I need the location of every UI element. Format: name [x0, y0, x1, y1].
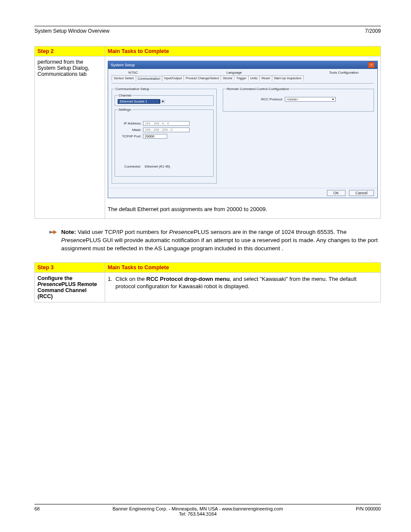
system-setup-screenshot: System Setup × NTSC Language Tools Confi…	[108, 61, 378, 198]
channel-select[interactable]: Ethernet Socket 1▾	[118, 100, 165, 103]
step2-label: Step 2	[37, 48, 54, 54]
ok-button[interactable]: OK	[327, 190, 346, 196]
rcc-label: RCC Protocol	[261, 97, 282, 101]
step3-mtc: Main Tasks to Complete	[108, 264, 169, 271]
rcc-legend: Remote Command Control Configuration	[226, 87, 290, 91]
comm-setup-legend: Communication Setup	[115, 87, 150, 91]
page-number: 68	[34, 506, 40, 511]
settings-legend: Settings	[118, 108, 132, 112]
note-italic1: Presence	[169, 229, 194, 235]
tab-input-output[interactable]: Input/Output	[162, 75, 184, 81]
step3-label: Step 3	[37, 264, 54, 271]
tab-reset[interactable]: Reset	[259, 75, 272, 81]
mask-label: Mask:	[118, 128, 141, 132]
header-left: System Setup Window Overview	[34, 28, 109, 34]
mask-field[interactable]: 255 . 255 . 255 . 0	[143, 128, 190, 132]
tab-startup[interactable]: Start-Up Inspection	[272, 75, 304, 81]
list-num: 1.	[108, 275, 115, 290]
note-icon	[49, 229, 58, 238]
step2-right: System Setup × NTSC Language Tools Confi…	[105, 56, 381, 219]
close-icon[interactable]: ×	[368, 62, 375, 68]
port-label: TCP/IP Port:	[118, 134, 141, 138]
connector-value: Ethernet (RJ 45)	[145, 165, 170, 168]
step2-mtc: Main Tasks to Complete	[108, 48, 169, 54]
port-field[interactable]: 20000	[143, 134, 167, 139]
note-text-c: PLUS GUI will provide automatic notifica…	[61, 237, 378, 252]
step2-table: Step 2 Main Tasks to Complete performed …	[34, 46, 381, 219]
subheader-ntsc: NTSC	[112, 71, 155, 75]
header-right: 7/2009	[365, 28, 381, 34]
step3-right: 1. Click on the RCC Protocol drop-down m…	[105, 272, 381, 302]
subheader-tools: Tools Configuration	[314, 71, 374, 75]
dialog-title: System Setup	[111, 63, 135, 67]
note-italic2: Presence	[61, 237, 86, 243]
tab-trigger[interactable]: Trigger	[234, 75, 248, 81]
note-text-b: PLUS sensors are in the range of 1024 th…	[194, 229, 347, 235]
step2-left: performed from the System Setup Dialog, …	[35, 56, 105, 219]
footer-center2: Tel: 763.544.3164	[179, 511, 216, 516]
tab-sensor-select[interactable]: Sensor Select	[112, 75, 136, 81]
step3-left: Configure the PresencePLUS Remote Comman…	[35, 272, 105, 302]
cancel-button[interactable]: Cancel	[349, 190, 374, 196]
tab-product-change[interactable]: Product Change/Select	[184, 75, 221, 81]
subheader-language: Language	[155, 71, 314, 75]
rcc-select[interactable]: <none>▾	[285, 97, 336, 102]
tab-units[interactable]: Units	[248, 75, 260, 81]
ip-label: IP Address:	[118, 121, 141, 125]
tab-communication[interactable]: Communication	[136, 76, 162, 81]
step3-table: Step 3 Main Tasks to Complete Configure …	[34, 262, 381, 302]
note-block: Note: Valid user TCP/IP port numbers for…	[49, 228, 381, 253]
channel-legend: Channel	[118, 93, 132, 97]
ip-field[interactable]: 192 . 168 . 0 . 4	[143, 121, 190, 126]
footer-center1: Banner Engineering Corp. - Minneapolis, …	[112, 506, 283, 511]
connector-label: Connector:	[118, 165, 141, 168]
note-label: Note:	[61, 229, 76, 235]
svg-rect-0	[50, 231, 50, 233]
footer-right: P/N 000000	[356, 506, 381, 511]
tab-strobe[interactable]: Strobe	[221, 75, 234, 81]
note-text-a: Valid user TCP/IP port numbers for	[76, 229, 169, 235]
tab-row: Sensor Select Communication Input/Output…	[112, 75, 374, 81]
step2-aftertext: The default Ethernet port assignments ar…	[108, 206, 378, 212]
